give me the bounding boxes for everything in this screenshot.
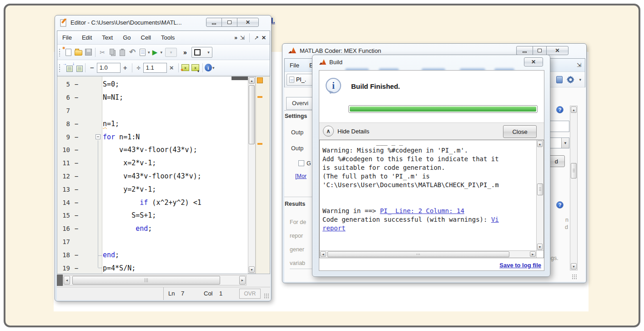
menu-tools[interactable]: Tools	[156, 32, 180, 43]
eval-cell-icon[interactable]: x✦	[181, 63, 191, 73]
scroll-down-icon[interactable]: ▼	[249, 266, 255, 273]
new-file-icon[interactable]: ✷	[63, 47, 73, 57]
run-dropdown-icon[interactable]: ▾	[161, 50, 163, 55]
code-line[interactable]: 13− y=2*v-1;	[57, 183, 247, 196]
details-vertical-scrollbar[interactable]: ▲ ▼	[536, 140, 543, 251]
build-dialog-titlebar[interactable]: Build ✕	[312, 55, 550, 70]
divide-button[interactable]: ÷	[134, 64, 143, 71]
toolbar-grip[interactable]	[59, 64, 61, 72]
code-editor-area[interactable]: 5−S=0;6−N=NI;78−n=1;9−for n=1:N10− v=43*…	[57, 76, 270, 274]
line-number[interactable]: 10	[57, 146, 73, 153]
value-field-1[interactable]	[97, 63, 121, 73]
line-number[interactable]: 15	[57, 212, 73, 219]
mlint-summary-icon[interactable]	[257, 77, 263, 83]
breakpoint-column[interactable]: −	[73, 133, 80, 141]
line-number[interactable]: 14	[57, 199, 73, 206]
code-line[interactable]: 16− end;	[57, 222, 247, 235]
decrease-button[interactable]: −	[87, 64, 97, 71]
paste-icon[interactable]	[117, 47, 127, 57]
breakpoint-column[interactable]: −	[73, 265, 80, 272]
menu-file[interactable]: File	[57, 32, 77, 43]
cut-icon[interactable]: ✂	[97, 47, 107, 57]
breakpoint-column[interactable]: −	[73, 146, 80, 153]
line-number[interactable]: 7	[57, 107, 73, 114]
line-number[interactable]: 13	[57, 186, 73, 193]
scrollbar-thumb[interactable]	[72, 276, 220, 285]
value-field-2[interactable]	[143, 63, 167, 73]
resize-grip-icon[interactable]	[572, 274, 577, 280]
code-line[interactable]: 5−S=0;	[57, 78, 247, 91]
minimize-button[interactable]	[516, 46, 533, 55]
close-button[interactable]: ✕	[524, 57, 543, 66]
build-details-log[interactable]: ___ _ _Warning: Missing %#codegen in 'PI…	[319, 140, 544, 258]
menu-go[interactable]: Go	[118, 32, 136, 43]
code-line[interactable]: 6−N=NI;	[57, 91, 247, 104]
copy-icon[interactable]	[107, 47, 117, 57]
breakpoint-column[interactable]: −	[73, 186, 80, 193]
toolbar-grip[interactable]	[59, 48, 61, 56]
overview-tab[interactable]: Overvi	[286, 97, 314, 110]
editor-horizontal-scrollbar[interactable]: ◄ ►	[63, 275, 247, 285]
save-to-log-link[interactable]: Save to log file	[499, 262, 541, 269]
menu-overflow-icon[interactable]: »	[234, 35, 237, 41]
close-editor-icon[interactable]: ✕	[262, 35, 266, 41]
scroll-up-icon[interactable]: ▲	[249, 77, 255, 84]
multiply-button[interactable]: ×	[167, 64, 176, 71]
dock-icon[interactable]: ⇲	[240, 35, 245, 41]
breakpoint-column[interactable]: −	[73, 225, 80, 232]
more-settings-link[interactable]: [Mor	[295, 173, 307, 179]
details-link[interactable]: report	[322, 224, 346, 232]
close-button[interactable]: ✕	[546, 46, 569, 55]
eval-advance-icon[interactable]: x▾	[191, 63, 201, 73]
gear-dropdown-icon[interactable]: ▾	[579, 77, 581, 82]
breakpoint-column[interactable]: −	[73, 212, 80, 219]
code-line[interactable]: 9−for n=1:N	[57, 130, 247, 143]
overwrite-mode-indicator[interactable]: OVR	[239, 289, 261, 299]
project-tab[interactable]: PI_.	[287, 74, 315, 86]
close-button[interactable]: ✕	[237, 18, 259, 27]
editor-titlebar[interactable]: Editor - C:\Users\User\Documents\MATL...…	[55, 15, 271, 30]
code-line[interactable]: 18−end;	[57, 248, 247, 261]
scroll-left-icon[interactable]: ◄	[64, 276, 70, 285]
scroll-right-icon[interactable]: ►	[239, 276, 246, 285]
toolbar-overflow-icon[interactable]: »	[183, 49, 187, 56]
scrollbar-thumb[interactable]	[327, 251, 509, 257]
info-icon[interactable]: i▾	[205, 63, 215, 73]
gear-icon[interactable]	[566, 75, 575, 84]
scroll-down-icon[interactable]: ▼	[537, 244, 543, 250]
next-cell-icon[interactable]: ↓	[73, 63, 83, 73]
menu-edit[interactable]: Edit	[77, 32, 97, 43]
hide-details-toggle[interactable]: ∧	[323, 126, 334, 137]
scroll-up-icon[interactable]: ▲	[537, 141, 543, 147]
details-link[interactable]: PI_ Line: 2 Column: 14	[380, 207, 464, 214]
mlint-warning-mark[interactable]	[257, 143, 262, 145]
fold-toggle-icon[interactable]	[96, 134, 101, 139]
breakpoint-column[interactable]: −	[73, 251, 80, 259]
resize-grip-icon[interactable]	[264, 293, 269, 299]
menu-file[interactable]: File	[285, 60, 304, 71]
close-dialog-button[interactable]: Close	[503, 125, 537, 138]
save-icon[interactable]	[83, 47, 93, 57]
code-line[interactable]: 8−n=1;	[57, 117, 247, 130]
scroll-down-icon[interactable]: ▼	[571, 263, 577, 270]
line-number[interactable]: 11	[57, 159, 73, 167]
line-number[interactable]: 18	[57, 251, 73, 259]
mlint-warning-mark[interactable]	[257, 96, 262, 98]
details-horizontal-scrollbar[interactable]: ◄ ►	[320, 250, 537, 258]
maximize-button[interactable]	[533, 46, 547, 55]
scroll-left-icon[interactable]: ◄	[320, 251, 326, 257]
undo-icon[interactable]: ↶	[127, 47, 137, 57]
build-check-icon[interactable]	[556, 76, 563, 83]
increase-button[interactable]: +	[121, 64, 130, 71]
mlint-indicator-strip[interactable]	[256, 76, 270, 274]
generate-checkbox[interactable]	[298, 160, 304, 166]
run-config-combo[interactable]: ▾	[165, 48, 177, 57]
run-icon[interactable]: ▶	[150, 47, 160, 57]
code-line[interactable]: 12− v=43*v-floor(43*v);	[57, 170, 247, 183]
code-line[interactable]: 17	[57, 235, 247, 249]
breakpoint-column[interactable]: −	[73, 199, 80, 206]
line-number[interactable]: 6	[57, 94, 73, 101]
menu-cell[interactable]: Cell	[136, 32, 156, 43]
line-number[interactable]: 8	[57, 120, 73, 127]
code-line[interactable]: 14− if (x^2+y^2) <1	[57, 196, 247, 209]
